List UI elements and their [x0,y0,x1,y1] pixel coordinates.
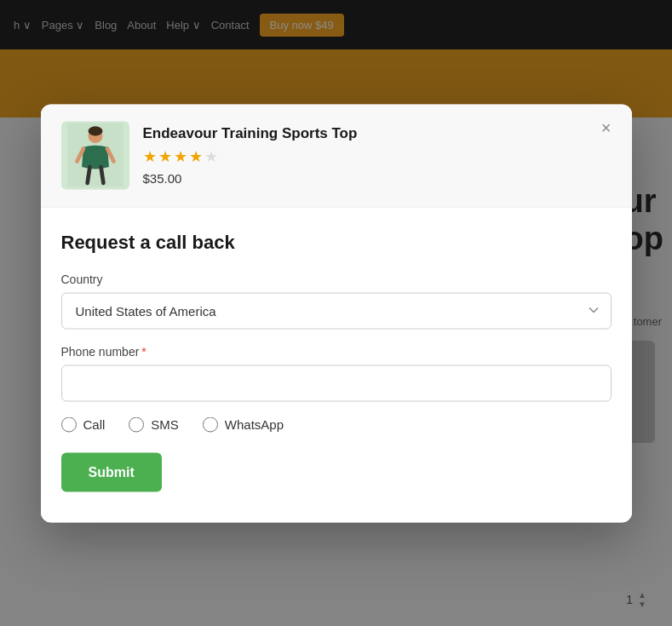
required-indicator: * [141,344,146,358]
phone-label: Phone number* [61,344,612,358]
radio-call-input[interactable] [61,416,77,432]
radio-whatsapp[interactable]: WhatsApp [203,416,284,432]
product-price: $35.00 [143,171,612,186]
modal-form-section: Request a call back Country United State… [41,207,632,522]
radio-sms[interactable]: SMS [129,416,179,432]
radio-call-label: Call [83,417,106,432]
star-5: ★ [204,147,218,166]
svg-point-2 [88,126,102,135]
star-2: ★ [158,147,172,166]
modal-dialog: Endeavour Training Sports Top ★ ★ ★ ★ ★ … [41,104,632,522]
product-stars: ★ ★ ★ ★ ★ [143,147,612,166]
country-label: Country [61,272,612,285]
close-button[interactable]: × [594,116,618,140]
star-1: ★ [143,147,157,166]
product-name: Endeavour Training Sports Top [143,125,612,142]
submit-button[interactable]: Submit [61,452,162,491]
radio-call[interactable]: Call [61,416,106,432]
country-select[interactable]: United States of America United Kingdom … [61,292,612,329]
phone-input[interactable] [61,365,612,401]
product-image [61,121,129,189]
modal-product-section: Endeavour Training Sports Top ★ ★ ★ ★ ★ … [41,104,632,207]
form-title: Request a call back [61,231,612,253]
product-illustration [66,123,125,187]
contact-method-group: Call SMS WhatsApp [61,416,612,432]
radio-sms-label: SMS [151,417,179,432]
radio-whatsapp-input[interactable] [203,416,218,432]
star-3: ★ [174,147,187,166]
star-4: ★ [189,147,203,166]
country-group: Country United States of America United … [61,272,612,329]
phone-group: Phone number* [61,344,612,401]
product-info: Endeavour Training Sports Top ★ ★ ★ ★ ★ … [143,125,612,186]
radio-sms-input[interactable] [129,416,144,432]
radio-whatsapp-label: WhatsApp [225,417,284,432]
